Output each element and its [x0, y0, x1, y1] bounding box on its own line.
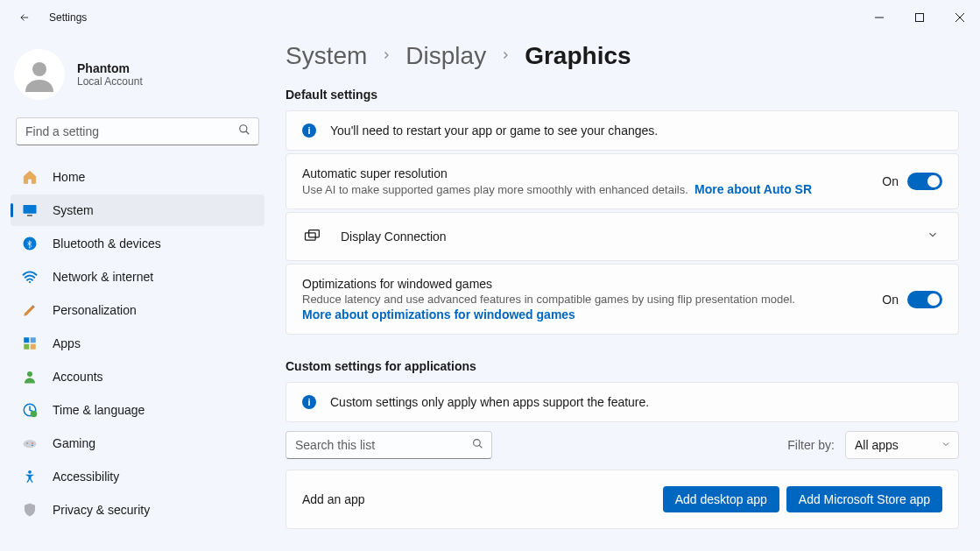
nav-label: Bluetooth & devices — [53, 237, 161, 251]
nav-label: Apps — [53, 336, 81, 350]
filter-dropdown[interactable]: All apps — [845, 431, 959, 459]
toggle-state: On — [882, 293, 899, 307]
crumb-system[interactable]: System — [286, 42, 367, 70]
display-connection-icon — [302, 227, 321, 246]
info-custom-card: i Custom settings only apply when apps s… — [286, 382, 959, 422]
nav-time-language[interactable]: Time & language — [11, 394, 264, 426]
add-desktop-app-button[interactable]: Add desktop app — [663, 486, 779, 512]
svg-rect-8 — [27, 215, 32, 216]
nav-apps[interactable]: Apps — [11, 328, 264, 359]
back-button[interactable] — [14, 7, 35, 28]
svg-rect-24 — [309, 230, 320, 237]
nav-accessibility[interactable]: Accessibility — [11, 461, 264, 492]
auto-sr-learn-more-link[interactable]: More about Auto SR — [694, 182, 812, 196]
info-icon: i — [302, 395, 316, 409]
home-icon — [21, 168, 39, 186]
chevron-down-icon[interactable] — [923, 225, 942, 248]
svg-point-19 — [26, 442, 28, 444]
close-button[interactable] — [940, 4, 980, 32]
sidebar-search — [16, 117, 259, 145]
svg-point-17 — [31, 411, 38, 418]
gamepad-icon — [21, 434, 39, 452]
info-icon: i — [302, 124, 316, 138]
filter-value: All apps — [855, 438, 899, 452]
svg-rect-7 — [24, 205, 37, 214]
chevron-right-icon — [500, 48, 511, 64]
main-content: System Display Graphics Default settings… — [271, 35, 980, 551]
svg-point-18 — [24, 440, 37, 448]
card-title: Automatic super resolution — [302, 166, 868, 180]
chevron-right-icon — [381, 48, 391, 64]
svg-point-22 — [28, 470, 32, 474]
section-default-settings: Default settings — [286, 88, 959, 102]
nav-label: Gaming — [53, 436, 95, 450]
svg-rect-14 — [31, 344, 36, 350]
app-list-search-input[interactable] — [286, 431, 492, 459]
card-desc: Reduce latency and use advanced features… — [302, 293, 868, 306]
apps-icon — [21, 335, 39, 352]
nav-gaming[interactable]: Gaming — [11, 427, 264, 459]
info-text: Custom settings only apply when apps sup… — [330, 395, 649, 409]
user-name: Phantom — [77, 61, 143, 75]
add-store-app-button[interactable]: Add Microsoft Store app — [786, 486, 942, 512]
settings-search-input[interactable] — [16, 117, 259, 145]
nav-label: Personalization — [53, 303, 137, 317]
windowed-optim-card: Optimizations for windowed games Reduce … — [286, 264, 959, 335]
svg-point-20 — [32, 442, 33, 444]
svg-point-4 — [32, 62, 46, 76]
svg-rect-1 — [916, 14, 924, 22]
sidebar: Phantom Local Account Home System Blueto… — [0, 35, 271, 551]
svg-rect-11 — [24, 337, 29, 343]
nav-personalization[interactable]: Personalization — [11, 294, 264, 326]
add-app-card: Add an app Add desktop app Add Microsoft… — [286, 470, 959, 529]
shield-icon — [21, 501, 39, 519]
svg-point-10 — [29, 281, 31, 283]
user-account-type: Local Account — [77, 75, 143, 88]
svg-rect-23 — [306, 233, 316, 240]
breadcrumb: System Display Graphics — [286, 42, 959, 70]
person-icon — [21, 368, 39, 385]
crumb-display[interactable]: Display — [405, 42, 486, 70]
nav-bluetooth[interactable]: Bluetooth & devices — [11, 228, 264, 259]
nav-label: System — [53, 203, 94, 217]
nav-network[interactable]: Network & internet — [11, 261, 264, 293]
info-restart-card: i You'll need to restart your app or gam… — [286, 110, 959, 151]
nav-label: Home — [53, 170, 85, 184]
auto-sr-card: Automatic super resolution Use AI to mak… — [286, 153, 959, 209]
wifi-icon — [21, 268, 39, 286]
nav-list: Home System Bluetooth & devices Network … — [11, 161, 264, 526]
minimize-button[interactable] — [859, 4, 899, 32]
svg-point-15 — [27, 371, 32, 377]
section-custom-settings: Custom settings for applications — [286, 359, 959, 373]
bluetooth-icon — [21, 235, 39, 252]
system-icon — [21, 201, 39, 219]
nav-home[interactable]: Home — [11, 161, 264, 193]
app-list-controls: Filter by: All apps — [286, 431, 959, 459]
crumb-graphics: Graphics — [525, 42, 631, 70]
accessibility-icon — [21, 468, 39, 485]
filter-by-label: Filter by: — [787, 438, 835, 452]
clock-globe-icon — [21, 401, 39, 419]
display-connection-card[interactable]: Display Connection — [286, 212, 959, 261]
nav-label: Accessibility — [53, 470, 119, 484]
windowed-optim-toggle[interactable] — [907, 291, 942, 308]
card-title: Display Connection — [341, 230, 909, 244]
svg-rect-12 — [31, 337, 36, 343]
window-title: Settings — [49, 11, 87, 24]
nav-system[interactable]: System — [11, 194, 264, 226]
card-title: Optimizations for windowed games — [302, 277, 868, 291]
windowed-optim-learn-more-link[interactable]: More about optimizations for windowed ga… — [302, 307, 868, 321]
paintbrush-icon — [21, 301, 39, 319]
info-text: You'll need to restart your app or game … — [330, 124, 658, 138]
chevron-down-icon — [941, 438, 951, 452]
nav-label: Time & language — [53, 403, 145, 417]
avatar — [14, 49, 65, 100]
user-block[interactable]: Phantom Local Account — [11, 39, 264, 117]
svg-rect-13 — [24, 344, 29, 350]
auto-sr-toggle[interactable] — [907, 173, 942, 190]
window-controls — [859, 4, 980, 32]
maximize-button[interactable] — [899, 4, 940, 32]
titlebar: Settings — [0, 0, 980, 35]
nav-accounts[interactable]: Accounts — [11, 361, 264, 392]
nav-privacy-security[interactable]: Privacy & security — [11, 494, 264, 526]
